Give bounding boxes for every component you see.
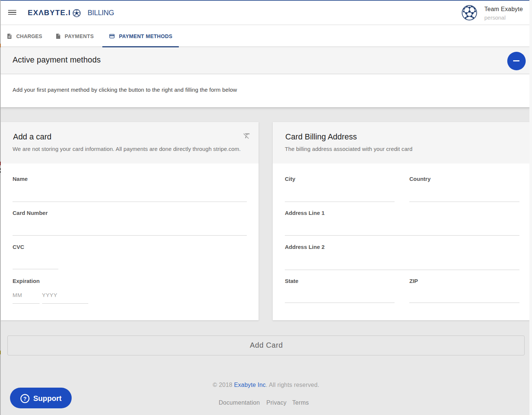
- svg-text:?: ?: [23, 396, 27, 402]
